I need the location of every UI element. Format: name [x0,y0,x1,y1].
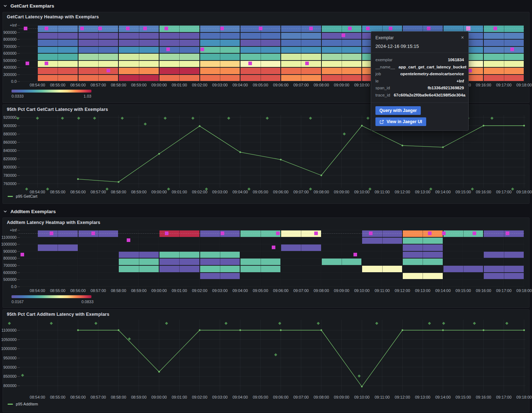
x-axis-label: 09:04:00 [229,83,251,87]
y-axis-tick [17,167,20,167]
x-axis-label: 09:01:00 [168,288,190,293]
exemplar-marker[interactable] [366,27,370,30]
exemplar-marker[interactable] [510,48,514,51]
tooltip-title: Exemplar [375,35,394,40]
exemplar-marker[interactable] [468,69,472,72]
x-axis-label: 09:18:00 [513,395,532,399]
exemplar-marker[interactable] [26,62,29,65]
exemplar-marker[interactable] [166,48,170,51]
heatmap-grid-line [504,230,504,287]
view-in-jaeger-ui-button[interactable]: View in Jaeger UI [375,117,426,126]
exemplar-marker[interactable] [221,232,224,235]
exemplar-marker[interactable] [506,232,509,235]
y-axis-tick [17,251,20,252]
exemplar-marker[interactable] [259,27,262,30]
exemplar-marker[interactable] [276,232,280,235]
exemplar-marker[interactable] [272,246,275,249]
x-axis-label: 08:57:00 [87,83,109,87]
exemplar-marker[interactable] [165,232,168,235]
x-axis-label: 09:08:00 [311,288,332,293]
y-axis-tick [17,25,20,26]
x-axis-label: 09:01:00 [168,395,190,399]
exemplar-marker[interactable] [389,27,392,30]
x-axis-label: 09:18:00 [513,288,532,293]
exemplar-marker[interactable] [493,27,497,30]
x-axis-label: 09:03:00 [209,83,231,87]
exemplar-marker[interactable] [314,232,318,235]
x-axis-label: 09:13:00 [412,288,433,293]
x-axis-label: 09:12:00 [392,288,413,293]
exemplar-marker[interactable] [220,27,224,30]
exemplar-marker[interactable] [21,253,24,256]
x-axis-label: 09:09:00 [331,83,352,87]
exemplar-marker[interactable] [45,27,48,30]
x-axis-label: 08:54:00 [27,190,48,194]
query-with-jaeger-button[interactable]: Query with Jaeger [375,106,421,115]
exemplar-marker[interactable] [80,27,84,30]
heatmap-grid-line [200,230,200,287]
row-header-getcart[interactable]: GetCart Exemplars [3,2,54,10]
y-axis-label: 880000 [0,132,17,136]
x-axis-label: 08:59:00 [128,288,150,293]
heatmap-grid-line [159,25,159,81]
exemplar-marker[interactable] [126,27,130,30]
exemplar-marker[interactable] [473,232,476,235]
row-header-additem[interactable]: AddItem Exemplars [3,207,56,215]
x-axis-label: 09:04:00 [229,190,251,194]
y-axis-tick [17,60,20,61]
heatmap-grid-line [200,25,200,81]
exemplar-marker[interactable] [200,48,204,51]
y-axis-tick [17,287,20,287]
exemplar-marker[interactable] [143,27,147,30]
exemplar-marker[interactable] [342,33,345,37]
exemplar-marker[interactable] [353,253,357,256]
field-value: opentelemetry-demo/cartservice [400,71,464,78]
exemplar-marker[interactable] [305,62,309,65]
heatmap-grid-line [362,25,362,81]
exemplar-marker[interactable] [91,232,95,235]
heatmap-grid-line [118,25,119,81]
heatmap-grid-line [78,230,78,287]
exemplar-marker[interactable] [127,238,130,242]
exemplar-marker[interactable] [309,27,313,30]
field-value: app_cart_get_cart_latency_bucket [398,64,466,71]
exemplar-marker[interactable] [369,232,373,235]
exemplar-marker[interactable] [50,232,53,235]
y-axis-label: 760000 [0,181,17,186]
exemplar-marker[interactable] [428,232,432,235]
x-axis-label: 09:17:00 [493,83,515,87]
tooltip-fields: exemplar 1061834 __name__ app_cart_get_c… [375,57,464,99]
x-axis-label: 09:14:00 [432,395,454,399]
y-axis-label: 500000 [0,277,17,282]
y-axis-tick [17,376,20,377]
heatmap-grid-line [58,230,58,287]
exemplar-marker[interactable] [107,69,110,72]
exemplar-marker[interactable] [24,27,27,30]
field-label: exemplar [375,57,392,64]
exemplar-marker[interactable] [45,62,48,65]
y-axis-tick [17,258,20,259]
exemplar-dash-line [19,28,524,29]
x-axis-label: 09:10:00 [351,190,373,194]
exemplar-marker[interactable] [442,232,446,235]
exemplar-marker[interactable] [466,26,470,31]
heatmap-grid-line [301,25,301,81]
x-axis-label: 09:09:00 [331,395,352,399]
x-axis-label: 09:12:00 [392,190,413,194]
exemplar-marker[interactable] [164,27,168,30]
y-axis-label: 0.0 [0,79,17,84]
heatmap-grid-line [524,25,524,81]
exemplar-marker[interactable] [98,27,102,30]
x-axis-label: 09:13:00 [412,395,433,399]
y-axis-label: 800000 [0,37,17,41]
x-axis-label: 08:57:00 [87,395,109,399]
x-axis-label: 09:06:00 [270,190,292,194]
exemplar-marker[interactable] [248,62,252,65]
x-axis-label: 09:09:00 [331,288,352,293]
exemplar-marker[interactable] [348,27,352,30]
x-axis-label: 08:56:00 [67,83,89,87]
close-icon[interactable]: × [461,35,464,40]
exemplar-marker[interactable] [427,27,430,30]
heatmap-grid-line [423,230,423,287]
heatmap-grid-line [37,230,38,287]
